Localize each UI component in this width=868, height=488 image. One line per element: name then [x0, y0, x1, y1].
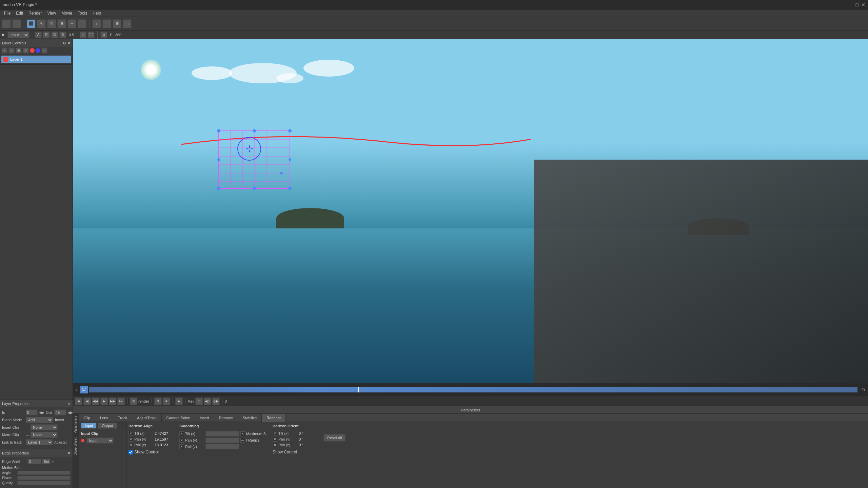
pb-prev-frame-btn[interactable]: ◀	[83, 398, 91, 405]
menu-edit[interactable]: Edit	[13, 10, 26, 16]
menu-movie[interactable]: Movie	[59, 10, 75, 16]
toolbar-forward-btn[interactable]: →	[12, 19, 21, 28]
ho-pan-x-btn[interactable]: ✕	[273, 437, 277, 442]
edge-width-input[interactable]	[27, 459, 41, 464]
pb-play2-btn[interactable]: ▶	[175, 398, 183, 405]
add-layer-btn[interactable]: +	[1, 47, 7, 54]
channel-a-btn[interactable]: A	[35, 32, 42, 38]
toolbar-select-btn[interactable]: ⬛	[27, 19, 36, 28]
timeline-pos-marker[interactable]: 17	[80, 386, 88, 393]
tab-stabilize[interactable]: Stabilize	[238, 414, 262, 422]
insert-clip-select[interactable]: None	[31, 424, 58, 430]
timeline-track[interactable]	[89, 387, 857, 392]
toolbar-remove-btn[interactable]: −	[102, 19, 111, 28]
minimize-icon[interactable]: ─	[850, 2, 853, 7]
link-track-select[interactable]: Layer 1	[26, 439, 53, 445]
out-input[interactable]	[54, 409, 66, 415]
panel-close-icon[interactable]: ✕	[67, 41, 71, 45]
pb-settings-btn[interactable]: ⚙	[154, 398, 162, 405]
toolbar-pen-btn[interactable]: ✏	[67, 19, 76, 28]
canvas-area[interactable]: ⊹	[73, 39, 868, 383]
tab-camera-solve[interactable]: Camera Solve	[162, 414, 195, 422]
ha-pan-x-btn[interactable]: ✕	[129, 437, 133, 442]
tab-track[interactable]: Track	[113, 414, 132, 422]
pb-play-btn[interactable]: ▶	[100, 398, 108, 405]
duplicate-layer-btn[interactable]: ⊞	[16, 47, 22, 54]
pb-key-btn[interactable]: ◇	[195, 398, 203, 405]
link-layer-btn[interactable]: ⚇	[23, 47, 29, 54]
menu-help[interactable]: Help	[90, 10, 104, 16]
remove-layer-btn[interactable]: −	[8, 47, 15, 54]
pb-end-btn[interactable]: ⏭	[117, 398, 125, 405]
channel-b-btn[interactable]: B	[59, 32, 66, 38]
ha-tilt-x-btn[interactable]: ✕	[129, 431, 133, 436]
ha-roll-x-btn[interactable]: ✕	[129, 443, 133, 447]
edge-add-icon[interactable]: +	[52, 460, 54, 464]
reset-all-btn[interactable]: Reset All	[323, 434, 346, 442]
toolbar-add-btn[interactable]: +	[92, 19, 101, 28]
menu-file[interactable]: File	[1, 10, 13, 16]
tab-remove[interactable]: Remove	[214, 414, 238, 422]
io-tab-input[interactable]: Input	[81, 423, 97, 429]
ho-tilt-x-btn[interactable]: ✕	[273, 431, 277, 436]
tab-insert[interactable]: Insert	[195, 414, 214, 422]
pb-start-btn[interactable]: ⏮	[75, 398, 82, 405]
close-icon[interactable]: ✕	[861, 2, 865, 7]
sm-tilt-input[interactable]	[205, 431, 239, 436]
menu-view[interactable]: View	[44, 10, 59, 16]
layer-color-red[interactable]	[30, 48, 35, 53]
pb-key-next-btn[interactable]: ◇▶	[212, 398, 220, 405]
fullscreen-btn[interactable]: ⛶	[88, 32, 95, 38]
move-handle[interactable]: ⊹	[237, 137, 261, 161]
pb-prev-btn[interactable]: ◀◀	[92, 398, 99, 405]
toolbar-bezier-btn[interactable]: ⌒	[78, 19, 86, 28]
ho-roll-x-btn[interactable]: ✕	[273, 443, 277, 447]
channel-r-btn[interactable]: R	[43, 32, 50, 38]
sm-max-s-btn[interactable]: ✕	[240, 431, 245, 436]
in-input[interactable]	[26, 409, 38, 415]
toolbar-snap-btn[interactable]: □	[123, 19, 132, 28]
phase-slider-track[interactable]	[17, 476, 71, 480]
io-tab-output[interactable]: Output	[98, 423, 117, 429]
tab-clip[interactable]: Clip	[79, 414, 95, 422]
pb-star-btn[interactable]: ★	[163, 398, 170, 405]
fit-btn[interactable]: ⊡	[80, 32, 86, 38]
pb-render-btn[interactable]: ⊞	[130, 398, 137, 405]
sm-pan-input[interactable]	[205, 438, 239, 443]
sm-roll-x-btn[interactable]: ✕	[179, 444, 184, 449]
angle-slider-track[interactable]	[17, 471, 71, 475]
toolbar-rotate-btn[interactable]: ↻	[47, 19, 56, 28]
tab-lens[interactable]: Lens	[95, 414, 113, 422]
edge-props-close-icon[interactable]: ✕	[67, 451, 71, 455]
sm-roll-input[interactable]	[205, 444, 239, 449]
maximize-icon[interactable]: □	[856, 2, 859, 7]
menu-tools[interactable]: Tools	[75, 10, 90, 16]
viewer-select[interactable]: Input Output	[7, 32, 29, 38]
quality-slider-track[interactable]	[17, 481, 71, 485]
settings-btn[interactable]: ⚙	[100, 32, 107, 38]
side-tab-parameters[interactable]: Parameters	[73, 414, 79, 435]
channel-g-btn[interactable]: G	[51, 32, 58, 38]
toolbar-grid-btn[interactable]: ⊞	[113, 19, 121, 28]
edge-set-btn[interactable]: Set	[42, 459, 51, 464]
pb-key-prev-btn[interactable]: ◀◇	[204, 398, 211, 405]
layer-props-close-icon[interactable]: ✕	[67, 402, 71, 406]
layer-item[interactable]: Layer 1	[1, 56, 71, 63]
pb-next-btn[interactable]: ▶▶	[109, 398, 116, 405]
tab-reorient[interactable]: Reorient	[262, 414, 286, 422]
input-clip-select[interactable]: Input	[86, 438, 114, 444]
ha-show-control-checkbox[interactable]	[129, 450, 133, 454]
blend-mode-select[interactable]: Add Normal	[26, 417, 53, 423]
menu-render[interactable]: Render	[26, 10, 44, 16]
sm-tilt-x-btn[interactable]: ✕	[179, 431, 184, 436]
toolbar-arrow-btn[interactable]: ↖	[37, 19, 46, 28]
side-tab-dope-sheet[interactable]: Dope Sheet	[73, 435, 79, 458]
toolbar-back-btn[interactable]: ←	[2, 19, 11, 28]
layer-color-blue[interactable]	[36, 48, 40, 53]
panel-config-icon[interactable]: ⚙	[63, 41, 66, 45]
toolbar-scale-btn[interactable]: ⊞	[57, 19, 66, 28]
matte-clip-select[interactable]: None	[31, 432, 58, 438]
expand-all-btn[interactable]: ↔	[41, 47, 47, 54]
sm-pan-x-btn[interactable]: ✕	[179, 438, 184, 443]
tab-adjust-track[interactable]: AdjustTrack	[132, 414, 162, 422]
